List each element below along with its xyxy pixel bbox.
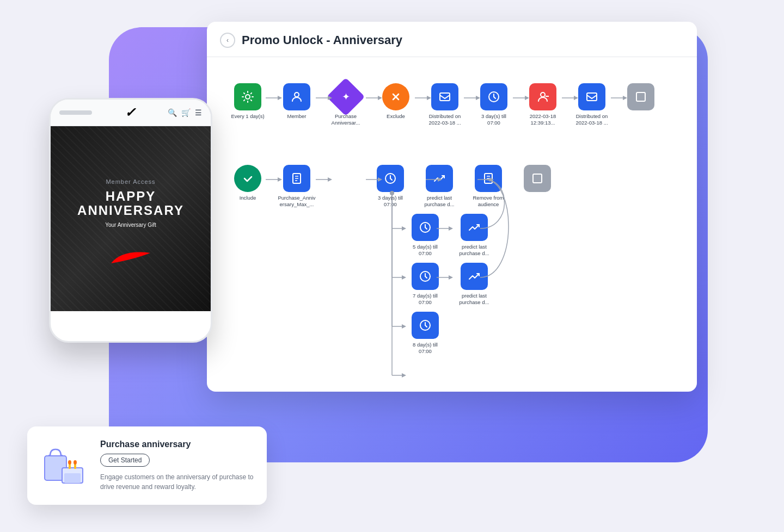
node-end-gray-2 bbox=[518, 165, 556, 192]
node-icon-distributed-1 bbox=[431, 83, 458, 110]
node-icon-include bbox=[234, 165, 261, 192]
node-distributed-2[interactable]: Distributed on 2022-03-18 ... bbox=[573, 83, 611, 127]
promo-icon bbox=[40, 440, 89, 488]
phone-notch bbox=[59, 110, 92, 115]
node-date-2022[interactable]: 2022-03-18 12:39:13... bbox=[524, 83, 562, 127]
search-icon[interactable]: 🔍 bbox=[168, 108, 177, 117]
phone-icons: 🔍 🛒 ☰ bbox=[168, 108, 202, 117]
cart-icon[interactable]: 🛒 bbox=[181, 108, 191, 117]
node-predict-last-2[interactable]: predict last purchase d... bbox=[455, 214, 493, 257]
back-icon: ‹ bbox=[226, 36, 229, 44]
node-purchase-anniv-max[interactable]: Purchase_Anniv ersary_Max_... bbox=[278, 165, 316, 208]
node-label-3days-row2: 3 day(s) till 07:00 bbox=[371, 195, 409, 208]
node-icon-remove-audience bbox=[475, 165, 502, 192]
node-label-5days: 5 day(s) till 07:00 bbox=[406, 244, 444, 257]
node-label-purchase-anniversary: Purchase Anniversar... bbox=[327, 113, 365, 127]
node-icon-member bbox=[283, 83, 310, 110]
node-label-distributed-1: Distributed on 2022-03-18 ... bbox=[426, 113, 464, 127]
svg-marker-31 bbox=[402, 275, 406, 280]
phone-mockup: ✓ 🔍 🛒 ☰ Member Access HAPPY ANNIVERSARY … bbox=[49, 98, 212, 343]
node-end-gray-1 bbox=[622, 83, 660, 113]
node-distributed-1[interactable]: Distributed on 2022-03-18 ... bbox=[426, 83, 464, 127]
phone-swoosh bbox=[109, 249, 152, 270]
node-icon-date-2022 bbox=[529, 83, 556, 110]
node-label-purchase-anniv-max: Purchase_Anniv ersary_Max_... bbox=[278, 195, 316, 208]
back-button[interactable]: ‹ bbox=[220, 33, 235, 48]
svg-point-49 bbox=[541, 92, 545, 97]
node-every-1-day[interactable]: Every 1 day(s) bbox=[229, 83, 267, 120]
svg-marker-41 bbox=[402, 373, 406, 378]
svg-point-73 bbox=[74, 460, 77, 465]
wf-canvas: Every 1 day(s) Member ✦ Purchase Anniver… bbox=[218, 73, 686, 389]
node-member[interactable]: Member bbox=[278, 83, 316, 120]
node-icon-predict-last-1 bbox=[426, 165, 453, 192]
node-label-8days: 8 day(s) till 07:00 bbox=[406, 342, 444, 355]
promo-card: Purchase anniversary Get Started Engage … bbox=[27, 426, 267, 505]
node-label-every-1-day: Every 1 day(s) bbox=[231, 113, 264, 120]
node-label-remove-audience: Remove from audience bbox=[469, 195, 507, 208]
workflow-canvas: Every 1 day(s) Member ✦ Purchase Anniver… bbox=[207, 57, 697, 389]
node-7days[interactable]: 7 day(s) till 07:00 bbox=[406, 263, 444, 306]
svg-point-43 bbox=[246, 95, 250, 99]
phone-content: Member Access HAPPY ANNIVERSARY Your Ann… bbox=[51, 126, 211, 311]
node-icon-predict-last-3 bbox=[461, 263, 488, 290]
workflow-window: ‹ Promo Unlock - Anniversary bbox=[207, 22, 697, 392]
svg-rect-69 bbox=[64, 473, 81, 483]
node-remove-audience[interactable]: Remove from audience bbox=[469, 165, 507, 208]
phone-anniversary-text: Your Anniversary Gift bbox=[62, 222, 200, 228]
node-icon-end-gray-1 bbox=[627, 83, 654, 110]
node-label-distributed-2: Distributed on 2022-03-18 ... bbox=[573, 113, 611, 127]
node-predict-last-1[interactable]: predict last purchase d... bbox=[420, 165, 458, 208]
svg-point-72 bbox=[68, 460, 71, 465]
node-label-7days: 7 day(s) till 07:00 bbox=[406, 293, 444, 306]
node-icon-3days-row1 bbox=[480, 83, 507, 110]
node-icon-exclude bbox=[382, 83, 409, 110]
node-5days[interactable]: 5 day(s) till 07:00 bbox=[406, 214, 444, 257]
node-label-predict-last-2: predict last purchase d... bbox=[455, 244, 493, 257]
node-3days-row1[interactable]: 3 day(s) till 07:00 bbox=[475, 83, 513, 127]
promo-badge[interactable]: Get Started bbox=[100, 454, 150, 467]
node-purchase-anniversary[interactable]: ✦ Purchase Anniversar... bbox=[327, 83, 365, 127]
svg-marker-19 bbox=[328, 177, 332, 182]
svg-marker-36 bbox=[449, 226, 453, 231]
phone-happy-text: HAPPY ANNIVERSARY bbox=[62, 189, 200, 218]
node-3days-row2[interactable]: 3 day(s) till 07:00 bbox=[371, 165, 409, 208]
node-icon-distributed-2 bbox=[578, 83, 605, 110]
svg-marker-28 bbox=[402, 226, 406, 231]
promo-desc: Engage customers on the anniversary of p… bbox=[100, 472, 254, 492]
node-label-3days-row1: 3 day(s) till 07:00 bbox=[475, 113, 513, 127]
phone-text-content: Member Access HAPPY ANNIVERSARY Your Ann… bbox=[51, 168, 211, 239]
phone-member-text: Member Access bbox=[62, 178, 200, 185]
node-icon-end-gray-2 bbox=[524, 165, 551, 192]
window-title: Promo Unlock - Anniversary bbox=[242, 33, 402, 47]
node-icon-5days bbox=[412, 214, 439, 241]
node-label-predict-last-3: predict last purchase d... bbox=[455, 293, 493, 306]
node-label-include: Include bbox=[240, 195, 256, 201]
node-icon-3days-row2 bbox=[377, 165, 404, 192]
node-8days[interactable]: 8 day(s) till 07:00 bbox=[406, 312, 444, 355]
node-include[interactable]: Include bbox=[229, 165, 267, 201]
phone-top-bar: ✓ 🔍 🛒 ☰ bbox=[51, 100, 211, 126]
node-icon-purchase-anniv-max bbox=[283, 165, 310, 192]
node-label-date-2022: 2022-03-18 12:39:13... bbox=[524, 113, 562, 127]
node-icon-purchase-anniversary: ✦ bbox=[327, 78, 365, 116]
svg-rect-52 bbox=[636, 92, 645, 101]
svg-marker-38 bbox=[449, 275, 453, 280]
node-label-member: Member bbox=[287, 113, 307, 120]
node-icon-every-1-day bbox=[234, 83, 261, 110]
node-predict-last-3[interactable]: predict last purchase d... bbox=[455, 263, 493, 306]
node-icon-predict-last-2 bbox=[461, 214, 488, 241]
promo-title: Purchase anniversary bbox=[100, 440, 254, 449]
node-exclude[interactable]: Exclude bbox=[377, 83, 415, 120]
node-label-predict-last-1: predict last purchase d... bbox=[420, 195, 458, 208]
node-icon-8days bbox=[412, 312, 439, 339]
window-header: ‹ Promo Unlock - Anniversary bbox=[207, 22, 697, 57]
svg-marker-34 bbox=[402, 324, 406, 329]
nike-logo: ✓ bbox=[125, 105, 136, 120]
node-icon-7days bbox=[412, 263, 439, 290]
promo-content: Purchase anniversary Get Started Engage … bbox=[100, 440, 254, 492]
node-label-exclude: Exclude bbox=[387, 113, 405, 120]
svg-rect-61 bbox=[533, 174, 542, 183]
menu-icon[interactable]: ☰ bbox=[195, 108, 202, 117]
svg-point-44 bbox=[295, 92, 299, 97]
